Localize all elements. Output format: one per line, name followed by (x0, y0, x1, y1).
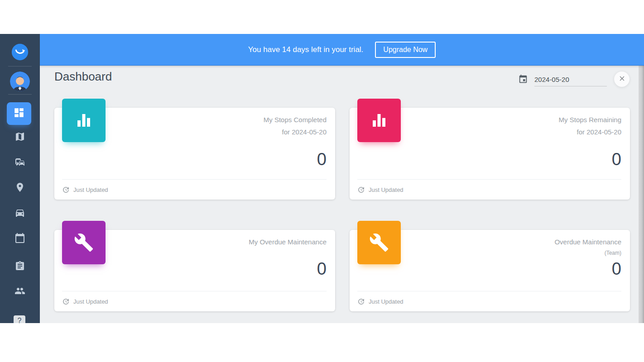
sidebar-item-schedule[interactable] (0, 233, 40, 244)
date-input-underline (534, 86, 607, 86)
app-logo-icon[interactable] (11, 43, 29, 61)
card-title: My Stops Remaining (559, 114, 621, 126)
card-subtitle: for 2024-05-20 (264, 126, 327, 138)
card-value: 0 (612, 149, 621, 169)
stat-card-stops-completed: My Stops Completed for 2024-05-20 0 Just… (54, 108, 335, 200)
app-window: You have 14 days left in your trial. Upg… (0, 34, 644, 323)
card-footer: Just Updated (357, 179, 621, 200)
card-title: Overdue Maintenance (554, 236, 621, 248)
card-footer-text: Just Updated (369, 298, 404, 305)
card-subtitle: for 2024-05-20 (559, 126, 621, 138)
update-clock-icon (357, 186, 365, 194)
sidebar-item-fleet[interactable] (0, 157, 40, 168)
sidebar-item-tasks[interactable] (0, 262, 40, 272)
stat-card-team-overdue-maintenance: Overdue Maintenance (Team) 0 Just Update… (350, 230, 630, 311)
sidebar-item-team[interactable] (0, 286, 40, 297)
card-title: My Overdue Maintenance (249, 236, 327, 248)
sidebar-item-stops[interactable] (0, 183, 40, 194)
stat-card-my-overdue-maintenance: My Overdue Maintenance 0 Just Updated (54, 230, 335, 311)
bar-chart-icon (62, 99, 106, 142)
card-subtitle: (Team) (554, 248, 621, 258)
card-footer: Just Updated (357, 291, 621, 311)
trial-banner: You have 14 days left in your trial. Upg… (40, 34, 644, 66)
card-title-block: My Overdue Maintenance (249, 236, 327, 248)
update-clock-icon (62, 186, 70, 194)
main-content: Dashboard 2024-05-20 My Stops Completed (40, 66, 639, 323)
question-mark-icon: ? (18, 317, 22, 323)
location-pin-icon (14, 182, 25, 195)
card-footer: Just Updated (62, 291, 327, 311)
card-title-block: Overdue Maintenance (Team) (554, 236, 621, 258)
page-title: Dashboard (54, 68, 112, 85)
update-clock-icon (62, 298, 70, 305)
sidebar-item-dashboard[interactable] (7, 102, 31, 125)
card-title-block: My Stops Completed for 2024-05-20 (264, 114, 327, 138)
sidebar: ? (0, 34, 40, 323)
card-title: My Stops Completed (264, 114, 327, 126)
card-footer-text: Just Updated (369, 186, 404, 193)
wrench-icon (357, 221, 401, 264)
screenshot-stage: You have 14 days left in your trial. Upg… (0, 0, 644, 362)
users-icon (14, 286, 25, 298)
bar-chart-icon (357, 99, 401, 142)
card-value: 0 (612, 259, 621, 279)
trial-message: You have 14 days left in your trial. (248, 45, 364, 54)
close-icon (618, 75, 626, 84)
sidebar-divider (8, 66, 32, 67)
update-clock-icon (357, 298, 365, 305)
clear-date-button[interactable] (614, 71, 630, 87)
calendar-icon (14, 233, 25, 245)
fleet-icon (14, 157, 25, 169)
card-value: 0 (317, 149, 327, 169)
user-avatar[interactable] (10, 71, 30, 91)
dashboard-icon (13, 107, 25, 120)
help-button[interactable]: ? (14, 315, 25, 323)
car-icon (14, 207, 25, 220)
scrollbar[interactable] (639, 66, 644, 323)
card-title-block: My Stops Remaining for 2024-05-20 (559, 114, 621, 138)
date-calendar-icon[interactable] (518, 74, 528, 86)
clipboard-icon (14, 261, 25, 273)
card-footer-text: Just Updated (73, 186, 108, 193)
wrench-icon (62, 221, 106, 264)
card-value: 0 (317, 259, 327, 279)
sidebar-item-map[interactable] (0, 132, 40, 143)
date-input[interactable]: 2024-05-20 (534, 76, 569, 83)
sidebar-divider (8, 94, 32, 95)
map-icon (14, 131, 25, 144)
stat-card-stops-remaining: My Stops Remaining for 2024-05-20 0 Just… (350, 108, 630, 200)
sidebar-item-vehicles[interactable] (0, 208, 40, 219)
card-footer: Just Updated (62, 179, 327, 200)
upgrade-now-button[interactable]: Upgrade Now (375, 42, 436, 58)
card-footer-text: Just Updated (73, 298, 108, 305)
